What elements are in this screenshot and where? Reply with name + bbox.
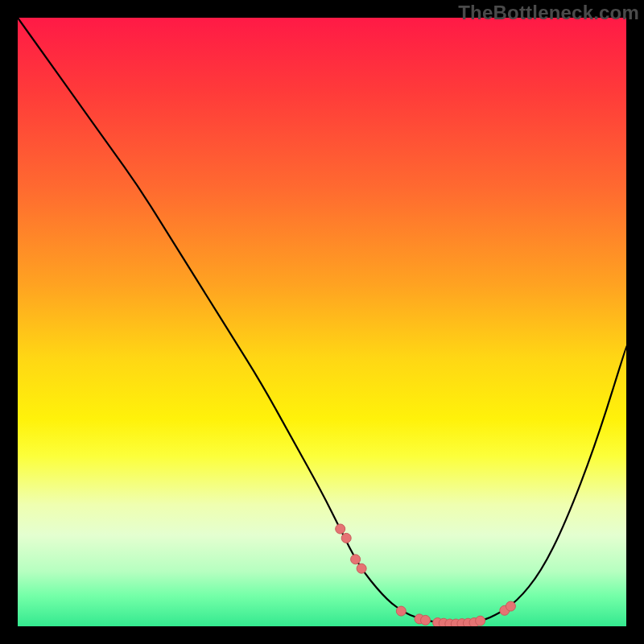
curve-marker — [336, 524, 345, 534]
bottleneck-curve — [18, 18, 626, 624]
curve-marker — [476, 616, 485, 625]
curve-marker — [351, 555, 361, 564]
curve-marker — [357, 564, 366, 573]
watermark-text: TheBottleneck.com — [458, 2, 639, 24]
curve-overlay — [18, 18, 626, 626]
curve-marker — [396, 606, 406, 616]
curve-marker — [506, 601, 515, 611]
chart-plot-area — [18, 18, 626, 626]
marker-group — [336, 524, 516, 626]
curve-marker — [421, 615, 431, 625]
chart-frame: TheBottleneck.com — [0, 0, 644, 644]
curve-marker — [341, 533, 351, 543]
